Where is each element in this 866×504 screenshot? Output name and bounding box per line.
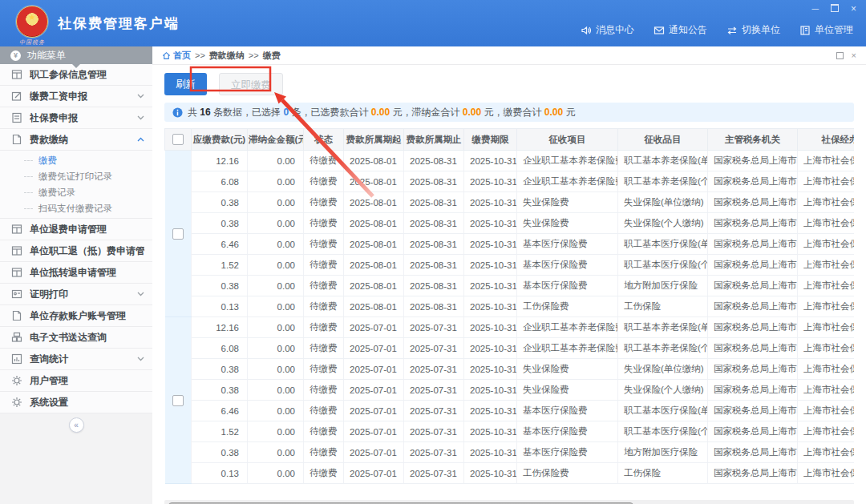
- refresh-button[interactable]: 刷新: [164, 73, 207, 95]
- speaker-icon: [581, 25, 592, 36]
- period-start-cell: 2025-08-01: [344, 171, 404, 192]
- minimize-icon[interactable]: ─: [811, 4, 819, 14]
- due-date-cell: 2025-10-31: [464, 401, 517, 421]
- sidebar-item[interactable]: 系统设置: [0, 392, 152, 413]
- agency-cell: 上海市社会保险事业: [798, 380, 855, 401]
- status-cell: 待缴费: [304, 463, 344, 484]
- sidebar-subitem[interactable]: 扫码支付缴费记录: [0, 200, 152, 216]
- sidebar-item[interactable]: 费款缴纳: [0, 129, 152, 151]
- topbar-item-label: 单位管理: [815, 23, 853, 37]
- sidebar-item[interactable]: 单位抵转退申请管理: [0, 262, 152, 284]
- period-end-cell: 2025-07-31: [404, 421, 464, 442]
- period-start-cell: 2025-07-01: [344, 421, 404, 442]
- sidebar-subitem[interactable]: 缴费: [0, 152, 152, 168]
- window-controls: ─ ×: [811, 4, 856, 14]
- sidebar-item[interactable]: 用户管理: [0, 370, 152, 392]
- breadcrumb-home[interactable]: 首页: [162, 50, 191, 62]
- group-checkbox[interactable]: [172, 395, 184, 406]
- sidebar-item[interactable]: 单位存款账户账号管理: [0, 305, 152, 327]
- table-row: 1.520.00待缴费2025-07-012025-07-312025-10-3…: [165, 421, 855, 442]
- late-fee-cell: 0.00: [248, 380, 304, 401]
- sidebar-item[interactable]: 查询统计: [0, 349, 152, 370]
- maximize-icon[interactable]: [831, 4, 839, 14]
- topbar-item[interactable]: 通知公告: [654, 23, 707, 37]
- tax-authority-cell: 国家税务总局上海市区...: [708, 401, 798, 421]
- select-all-checkbox[interactable]: [172, 134, 184, 145]
- late-fee-amount: 0.00: [463, 107, 481, 118]
- topbar-item[interactable]: 单位管理: [799, 23, 853, 37]
- period-end-cell: 2025-08-31: [404, 296, 464, 317]
- sidebar-item[interactable]: 缴费工资申报: [0, 86, 152, 107]
- pay-now-button[interactable]: 立即缴费: [219, 73, 283, 95]
- column-header: 滞纳金金额(元): [248, 129, 304, 151]
- edit-icon: [11, 91, 22, 102]
- topbar-item[interactable]: 消息中心: [581, 23, 634, 37]
- status-cell: 待缴费: [304, 359, 344, 380]
- late-fee-cell: 0.00: [248, 463, 304, 484]
- sidebar-item[interactable]: 单位职工退（抵）费申请管理: [0, 240, 152, 262]
- agency-cell: 上海市社会保险事业: [798, 359, 855, 380]
- sidebar-item[interactable]: 证明打印: [0, 284, 152, 305]
- due-date-cell: 2025-10-31: [464, 463, 517, 484]
- period-start-cell: 2025-07-01: [344, 401, 404, 421]
- topbar-item-label: 通知公告: [669, 23, 707, 37]
- agency-cell: 上海市社会保险事业: [798, 171, 855, 192]
- item-cell: 基本医疗保险费: [517, 421, 618, 442]
- status-cell: 待缴费: [304, 401, 344, 421]
- period-start-cell: 2025-08-01: [344, 234, 404, 255]
- group-checkbox[interactable]: [172, 228, 184, 240]
- close-icon[interactable]: ×: [851, 4, 856, 14]
- table-row: 0.130.00待缴费2025-07-012025-07-312025-10-3…: [165, 463, 855, 484]
- item-cell: 基本医疗保险费: [517, 442, 618, 463]
- toolbar-buttons: 刷新 立即缴费: [164, 73, 854, 95]
- sidebar-item-label: 查询统计: [30, 353, 130, 366]
- topbar-item[interactable]: 切换单位: [726, 23, 780, 37]
- chevron-down-icon: [137, 292, 144, 296]
- amount-cell: 1.52: [192, 421, 248, 442]
- subitem-cell: 职工基本养老保险(个人缴纳): [618, 338, 708, 359]
- column-header: 状态: [304, 129, 344, 151]
- item-cell: 失业保险费: [517, 213, 618, 234]
- period-end-cell: 2025-08-31: [404, 276, 464, 296]
- breadcrumb-bar: 首页 >> 费款缴纳 >> 缴费 ×: [152, 46, 866, 65]
- horizontal-scrollbar[interactable]: [164, 500, 854, 504]
- sidebar-item-label: 单位抵转退申请管理: [30, 266, 144, 280]
- sidebar-item-label: 职工参保信息管理: [30, 68, 144, 82]
- agency-cell: 上海市社会保险事业: [798, 442, 855, 463]
- amount-cell: 0.38: [192, 380, 248, 401]
- due-date-cell: 2025-10-31: [464, 192, 517, 213]
- sidebar-item-label: 电子文书送达查询: [30, 331, 144, 345]
- sidebar-item[interactable]: 社保费申报: [0, 107, 152, 129]
- agency-cell: 上海市社会保险事业: [798, 255, 855, 276]
- subitem-cell: 职工基本养老保险(单位缴纳): [618, 151, 708, 171]
- period-start-cell: 2025-07-01: [344, 317, 404, 338]
- org-icon: [799, 25, 811, 36]
- chevron-up-icon: [137, 137, 144, 142]
- bookmark-icon: [11, 310, 22, 321]
- table-row: 6.080.00待缴费2025-08-012025-08-312025-10-3…: [165, 171, 855, 192]
- late-fee-cell: 0.00: [248, 151, 304, 171]
- period-end-cell: 2025-08-31: [404, 151, 464, 171]
- tax-authority-cell: 国家税务总局上海市区...: [708, 359, 798, 380]
- sidebar-item-label: 系统设置: [30, 396, 144, 409]
- late-fee-cell: 0.00: [248, 276, 304, 296]
- sidebar-subitem[interactable]: 缴费凭证打印记录: [0, 168, 152, 184]
- sidebar-item-label: 费款缴纳: [30, 133, 130, 147]
- tab-close-icon[interactable]: ×: [852, 50, 856, 60]
- period-start-cell: 2025-08-01: [344, 296, 404, 317]
- due-date-cell: 2025-10-31: [464, 255, 517, 276]
- chevron-down-icon: [137, 115, 144, 120]
- item-cell: 企业职工基本养老保险费: [517, 338, 618, 359]
- sidebar-item[interactable]: 单位退费申请管理: [0, 219, 152, 240]
- subitem-cell: 职工基本养老保险(单位缴纳): [618, 317, 708, 338]
- status-cell: 待缴费: [304, 255, 344, 276]
- tab-maximize-icon[interactable]: [836, 52, 844, 59]
- sidebar-subitem[interactable]: 缴费记录: [0, 184, 152, 200]
- sidebar-item[interactable]: 电子文书送达查询: [0, 327, 152, 349]
- sidebar-item-label: 缴费工资申报: [30, 90, 130, 103]
- column-header: 费款所属期止: [404, 129, 464, 151]
- sidebar-collapse-button[interactable]: «: [69, 417, 84, 433]
- subitem-cell: 地方附加医疗保险: [618, 276, 708, 296]
- due-date-cell: 2025-10-31: [464, 213, 517, 234]
- period-end-cell: 2025-07-31: [404, 380, 464, 401]
